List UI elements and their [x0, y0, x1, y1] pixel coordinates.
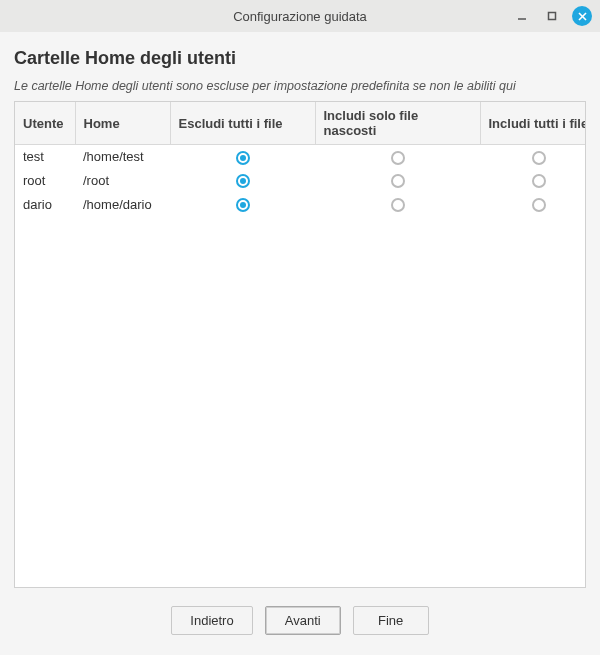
wizard-window: Configurazione guidata Cartelle Home deg…: [0, 0, 600, 655]
col-header-include-hidden[interactable]: Includi solo file nascosti: [315, 102, 480, 145]
cell-home: /home/test: [75, 145, 170, 169]
cell-user: test: [15, 145, 75, 169]
cell-radio: [170, 145, 315, 169]
cell-user: root: [15, 169, 75, 193]
table-row: dario/home/dario: [15, 193, 586, 217]
radio-include_hidden[interactable]: [391, 174, 405, 188]
cell-user: dario: [15, 193, 75, 217]
titlebar: Configurazione guidata: [0, 0, 600, 32]
col-header-user[interactable]: Utente: [15, 102, 75, 145]
radio-exclude_all[interactable]: [236, 174, 250, 188]
cell-radio: [480, 169, 586, 193]
col-header-exclude-all[interactable]: Escludi tutti i file: [170, 102, 315, 145]
radio-exclude_all[interactable]: [236, 198, 250, 212]
close-icon: [578, 12, 587, 21]
radio-include_all[interactable]: [532, 174, 546, 188]
window-title: Configurazione guidata: [233, 9, 367, 24]
minimize-icon: [517, 11, 527, 21]
col-header-home[interactable]: Home: [75, 102, 170, 145]
user-homes-table-wrap: Utente Home Escludi tutti i file Includi…: [14, 101, 586, 588]
wizard-buttons: Indietro Avanti Fine: [0, 588, 600, 655]
back-button[interactable]: Indietro: [171, 606, 252, 635]
radio-exclude_all[interactable]: [236, 151, 250, 165]
cell-radio: [315, 169, 480, 193]
cell-home: /root: [75, 169, 170, 193]
cell-radio: [480, 145, 586, 169]
table-row: test/home/test: [15, 145, 586, 169]
radio-include_all[interactable]: [532, 151, 546, 165]
cell-radio: [170, 169, 315, 193]
next-button[interactable]: Avanti: [265, 606, 341, 635]
cell-radio: [170, 193, 315, 217]
user-homes-table: Utente Home Escludi tutti i file Includi…: [15, 102, 586, 217]
page-title: Cartelle Home degli utenti: [14, 48, 586, 69]
radio-include_all[interactable]: [532, 198, 546, 212]
content-area: Cartelle Home degli utenti Le cartelle H…: [0, 32, 600, 588]
page-description: Le cartelle Home degli utenti sono esclu…: [14, 79, 586, 93]
cell-radio: [315, 145, 480, 169]
radio-include_hidden[interactable]: [391, 151, 405, 165]
col-header-include-all[interactable]: Includi tutti i file: [480, 102, 586, 145]
radio-include_hidden[interactable]: [391, 198, 405, 212]
titlebar-controls: [512, 6, 592, 26]
table-row: root/root: [15, 169, 586, 193]
maximize-icon: [547, 11, 557, 21]
cell-radio: [480, 193, 586, 217]
maximize-button[interactable]: [542, 6, 562, 26]
finish-button[interactable]: Fine: [353, 606, 429, 635]
svg-rect-1: [549, 13, 556, 20]
cell-home: /home/dario: [75, 193, 170, 217]
minimize-button[interactable]: [512, 6, 532, 26]
cell-radio: [315, 193, 480, 217]
close-button[interactable]: [572, 6, 592, 26]
